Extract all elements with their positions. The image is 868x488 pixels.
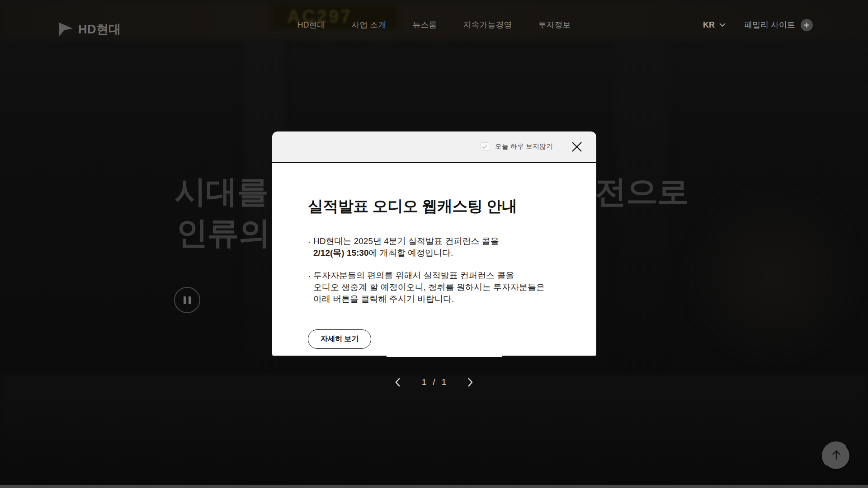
notice-conference-call: · HD현대는 2025년 4분기 실적발표 컨퍼런스 콜을 2/12(목) 1… <box>308 235 569 259</box>
nav-item-sustainability[interactable]: 지속가능경영 <box>463 19 512 30</box>
nav-item-newsroom[interactable]: 뉴스룸 <box>413 19 437 30</box>
modal-close-button[interactable] <box>570 140 584 154</box>
slide-separator: / <box>433 377 435 387</box>
dismiss-today-control[interactable]: 오늘 하루 보지않기 <box>481 142 553 151</box>
hero-headline-line1-right: 전으로 <box>595 171 689 213</box>
notice2-line1: 투자자분들의 편의를 위해서 실적발표 컨퍼런스 콜을 <box>313 270 569 282</box>
popup-modal-body: 실적발표 오디오 웹캐스팅 안내 · HD현대는 2025년 4분기 실적발표 … <box>272 163 596 356</box>
dismiss-today-checkbox[interactable] <box>481 142 489 151</box>
language-label: KR <box>703 20 715 30</box>
chevron-down-icon <box>719 21 726 29</box>
nav-item-investor[interactable]: 투자정보 <box>538 19 571 30</box>
modal-title: 실적발표 오디오 웹캐스팅 안내 <box>308 197 569 216</box>
previous-slide-button[interactable] <box>391 375 405 389</box>
popup-modal-header: 오늘 하루 보지않기 <box>272 131 596 162</box>
close-icon <box>571 141 583 153</box>
bottom-edge-strip <box>0 485 868 488</box>
scene-glow <box>678 181 868 371</box>
notice1-datetime: 2/12(목) 15:30 <box>313 248 369 258</box>
language-selector[interactable]: KR <box>703 20 726 30</box>
notice1-line1: HD현대는 2025년 4분기 실적발표 컨퍼런스 콜을 <box>313 235 569 247</box>
pause-icon <box>184 296 186 304</box>
slide-total: 1 <box>442 377 447 387</box>
nav-item-business[interactable]: 사업 소개 <box>351 19 386 30</box>
hero-pause-button[interactable] <box>174 287 200 313</box>
notice1-line2: 2/12(목) 15:30에 개최할 예정입니다. <box>313 247 569 259</box>
scene-floor <box>0 375 868 488</box>
arrow-up-icon <box>831 449 842 462</box>
details-button[interactable]: 자세히 보기 <box>308 329 371 349</box>
notice1-line2-rest: 에 개최할 예정입니다. <box>369 248 453 258</box>
family-site-label: 패밀리 사이트 <box>744 19 795 30</box>
next-slide-button[interactable] <box>463 375 477 389</box>
scroll-to-top-button[interactable] <box>822 441 850 470</box>
site-header: HD현대 HD현대 사업 소개 뉴스룸 지속가능경영 투자정보 KR 패밀리 사… <box>0 0 868 50</box>
notice2-line3: 아래 버튼을 클릭해 주시기 바랍니다. <box>313 293 569 305</box>
bullet-marker: · <box>308 236 311 248</box>
dismiss-today-label: 오늘 하루 보지않기 <box>495 142 553 151</box>
pause-icon <box>189 296 191 304</box>
notice2-line2: 오디오 생중계 할 예정이오니, 청취를 원하시는 투자자분들은 <box>313 282 569 293</box>
family-site-menu[interactable]: 패밀리 사이트 <box>744 19 813 31</box>
notice-webcast: · 투자자분들의 편의를 위해서 실적발표 컨퍼런스 콜을 오디오 생중계 할 … <box>308 270 569 305</box>
slide-current: 1 <box>422 377 427 387</box>
hero-pagination: 1 / 1 <box>0 373 868 391</box>
plus-icon <box>801 19 813 31</box>
nav-item-hdhyundai[interactable]: HD현대 <box>297 19 325 30</box>
header-utilities: KR 패밀리 사이트 <box>703 0 813 50</box>
bullet-marker: · <box>308 270 311 282</box>
slide-counter: 1 / 1 <box>422 377 446 387</box>
